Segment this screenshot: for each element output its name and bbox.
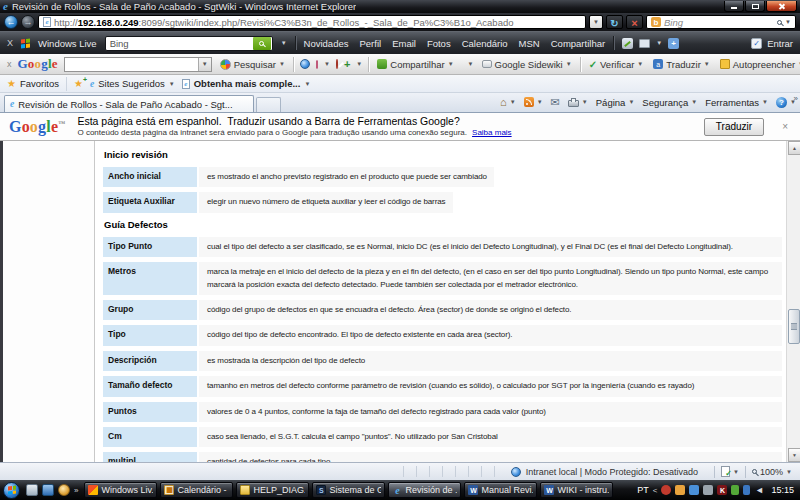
google-toolbar-close-button[interactable]: x — [7, 59, 12, 69]
tray-expand-button[interactable]: < — [653, 486, 658, 495]
meeting-space-icon[interactable] — [58, 484, 70, 496]
tab-active[interactable]: e Revisión de Rollos - Sala de Paño Acab… — [4, 95, 254, 112]
network-icon[interactable] — [703, 485, 713, 495]
minimize-button[interactable] — [724, 1, 744, 12]
scroll-down-button[interactable]: ▼ — [788, 448, 800, 462]
clock[interactable]: 15:15 — [771, 485, 794, 495]
address-dropdown-button[interactable]: ▼ — [589, 15, 603, 29]
zoom-control[interactable]: 100% ▼ — [752, 467, 792, 477]
windows-live-brand[interactable]: Windows Live — [38, 38, 97, 49]
security-menu-button[interactable]: Segurança▼ — [642, 97, 697, 108]
compose-icon[interactable] — [622, 38, 633, 49]
live-search-input[interactable]: Bing — [105, 36, 273, 51]
switch-windows-icon[interactable] — [42, 484, 54, 496]
compatibility-view-button[interactable]: ▼ — [721, 466, 739, 477]
task-label: Calendário - ... — [177, 485, 229, 495]
sign-in-button[interactable]: Entrar — [751, 38, 793, 49]
read-mail-button[interactable] — [551, 97, 560, 108]
command-overflow-button[interactable]: » — [794, 94, 798, 103]
live-menu-calendario[interactable]: Calendário — [462, 38, 508, 49]
autofill-icon — [720, 59, 730, 69]
battery-icon[interactable] — [731, 485, 739, 495]
live-menu-fotos[interactable]: Fotos — [427, 38, 451, 49]
language-indicator[interactable]: PT — [637, 485, 649, 495]
mobile-device-icon[interactable] — [743, 485, 750, 495]
live-menu-novidades[interactable]: Novidades — [304, 38, 349, 49]
chevron-down-icon[interactable]: ▼ — [656, 40, 662, 46]
autofill-button[interactable]: Autopreencher ▼ — [718, 58, 800, 71]
bing-search-input[interactable]: b Bing ▼ — [646, 15, 796, 29]
address-bar: e http://192.168.0.249:8099/sgtwiki/inde… — [0, 13, 800, 31]
antivirus-icon[interactable]: K — [717, 485, 727, 495]
live-search-dropdown-icon[interactable]: ▼ — [281, 40, 287, 46]
suggested-sites-button[interactable]: e Sites Sugeridos ▼ — [90, 78, 175, 89]
maximize-button[interactable] — [745, 1, 765, 12]
address-input[interactable]: e http://192.168.0.249:8099/sgtwiki/inde… — [38, 15, 586, 29]
search-dropdown-icon[interactable]: ▼ — [785, 19, 791, 25]
bookmarks-icon[interactable] — [316, 60, 318, 69]
live-menu-compartilhar[interactable]: Compartilhar — [551, 38, 605, 49]
favorites-button[interactable]: Favoritos — [7, 78, 59, 89]
security-alert-icon[interactable] — [661, 485, 671, 495]
people-icon[interactable] — [689, 485, 699, 495]
learn-more-link[interactable]: Saiba mais — [472, 128, 512, 137]
chevron-down-icon[interactable]: ▼ — [324, 61, 330, 67]
chevron-down-icon[interactable]: ▼ — [356, 61, 362, 67]
stop-button[interactable] — [626, 15, 643, 29]
page-menu-button[interactable]: Página▼ — [596, 97, 635, 108]
search-icon[interactable] — [777, 20, 782, 25]
sidewiki-icon — [482, 60, 492, 68]
home-button[interactable]: ▼ — [500, 97, 516, 108]
definition-cell: caso sea llenado, el S.G.T. calcula el c… — [199, 427, 782, 447]
vertical-scrollbar[interactable]: ▲ ▼ — [786, 141, 800, 462]
share-button[interactable]: Compartilhar ▼ — [375, 58, 455, 71]
translate-message-line1: Esta página está em espanhol. Traduzir u… — [77, 115, 511, 128]
forward-button[interactable] — [21, 15, 35, 29]
window-icon[interactable] — [639, 39, 650, 48]
term-cell: Descripción — [103, 351, 197, 371]
close-button[interactable] — [766, 1, 797, 12]
taskbar-task-wiki[interactable]: W WIKI - instru... — [540, 482, 613, 498]
earth-icon[interactable] — [300, 59, 310, 69]
new-tab-button[interactable] — [256, 97, 281, 112]
chevron-down-icon: ▼ — [637, 61, 643, 67]
refresh-button[interactable] — [606, 15, 623, 29]
start-button[interactable] — [3, 482, 20, 499]
live-toolbar-close-button[interactable]: X — [7, 38, 13, 48]
feeds-button[interactable]: ▼ — [524, 97, 543, 107]
google-search-button[interactable]: Pesquisar ▼ — [218, 58, 287, 71]
taskbar-task-manual[interactable]: W Manual Revi... — [464, 482, 537, 498]
live-menu-email[interactable]: Email — [392, 38, 416, 49]
add-gadget-icon[interactable]: + — [344, 59, 350, 70]
translate-button[interactable]: Traduzir ▼ — [651, 58, 711, 71]
sidewiki-button[interactable]: Google Sidewiki ▼ — [480, 58, 574, 71]
chevron-down-icon[interactable]: ▼ — [468, 61, 474, 67]
google-search-dropdown[interactable]: ▼ — [198, 58, 211, 71]
google-search-input[interactable]: ▼ — [64, 57, 212, 72]
get-more-addons-button[interactable]: e Obtenha mais comple... ▼ — [182, 78, 311, 89]
tools-menu-button[interactable]: Ferramentas▼ — [705, 97, 768, 108]
taskbar-task-revision[interactable]: e Revisión de ... — [388, 482, 461, 498]
taskbar-task-windows-live[interactable]: Windows Liv... — [84, 482, 157, 498]
taskbar-task-sistema[interactable]: S Sistema de G... — [312, 482, 385, 498]
live-search-button[interactable] — [253, 37, 271, 50]
quick-launch-overflow-button[interactable]: » — [74, 486, 78, 495]
taskbar-task-help-diag[interactable]: HELP_DIAG... — [236, 482, 309, 498]
add-contact-icon[interactable]: + — [668, 38, 679, 49]
popup-blocker-icon[interactable] — [336, 59, 338, 69]
notification-close-button[interactable]: × — [782, 121, 788, 132]
live-menu-perfil[interactable]: Perfil — [359, 38, 381, 49]
taskbar-task-calendario[interactable]: ▦ Calendário - ... — [160, 482, 233, 498]
print-button[interactable]: ▼ — [568, 97, 588, 107]
translate-confirm-button[interactable]: Traduzir — [704, 118, 764, 136]
scroll-up-button[interactable]: ▲ — [788, 141, 800, 155]
add-favorite-icon[interactable]: + — [74, 78, 83, 89]
spellcheck-button[interactable]: Verificar ▼ — [587, 58, 646, 71]
live-menu-msn[interactable]: MSN — [519, 38, 540, 49]
show-desktop-icon[interactable] — [26, 484, 38, 496]
security-zone[interactable]: Intranet local | Modo Protegido: Desativ… — [511, 467, 698, 477]
messenger-icon[interactable] — [675, 485, 685, 495]
volume-icon[interactable]: ◄ — [754, 485, 764, 495]
scrollbar-thumb[interactable] — [788, 309, 800, 344]
back-button[interactable] — [4, 15, 18, 29]
